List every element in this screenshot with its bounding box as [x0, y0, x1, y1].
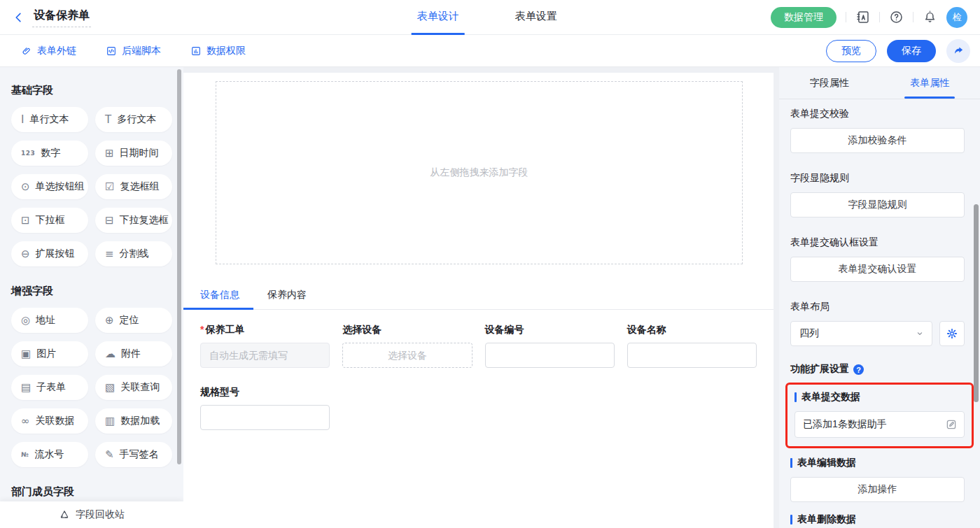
- multi-select-icon: ⊟: [105, 215, 114, 226]
- divider: [879, 12, 880, 22]
- field-input[interactable]: [200, 405, 330, 430]
- toolbar-link-label: 数据权限: [206, 45, 246, 57]
- panel-section-button-3[interactable]: 表单提交确认设置: [790, 257, 965, 282]
- palette-item[interactable]: ◎地址: [11, 308, 88, 333]
- field-label: 设备编号: [485, 324, 615, 336]
- sidebar-scrollbar[interactable]: [177, 69, 181, 464]
- palette-item-label: 流水号: [34, 448, 64, 461]
- signature-icon: ✎: [105, 450, 114, 460]
- permission-icon: [190, 45, 202, 57]
- save-button[interactable]: 保存: [887, 40, 936, 62]
- header-actions: 数据管理 检: [771, 7, 967, 28]
- header-tabs: 表单设计表单设置: [412, 0, 563, 35]
- question-icon[interactable]: ?: [853, 364, 864, 376]
- header-tab-2[interactable]: 表单设置: [510, 0, 563, 35]
- panel-section-button-2[interactable]: 字段显隐规则: [790, 192, 965, 217]
- blue-bar: [794, 392, 797, 402]
- palette-item[interactable]: ⊕定位: [95, 308, 172, 333]
- toolbar-actions: 预览 保存: [826, 39, 970, 63]
- form-field: 设备名称: [627, 324, 757, 368]
- palette-item[interactable]: I单行文本: [11, 107, 88, 132]
- blue-bar: [790, 458, 792, 468]
- palette-item[interactable]: ⊙单选按钮组: [11, 174, 88, 199]
- panel-body: 表单提交校验添加校验条件字段显隐规则字段显隐规则表单提交确认框设置表单提交确认设…: [779, 99, 980, 528]
- field-recycle-bin[interactable]: 字段回收站: [0, 501, 183, 528]
- workspace: 基础字段I单行文本T多行文本123数字⊞日期时间⊙单选按钮组☑复选框组⊡下拉框⊟…: [0, 67, 980, 528]
- preview-button[interactable]: 预览: [826, 40, 876, 62]
- palette-item-label: 分割线: [120, 248, 149, 260]
- help-icon[interactable]: [889, 10, 904, 24]
- palette-item[interactable]: ⊖扩展按钮: [11, 241, 88, 266]
- palette-item[interactable]: ⊞日期时间: [95, 141, 172, 166]
- toolbar-link-2[interactable]: 后端脚本: [106, 45, 161, 57]
- toolbar-links: 表单外链后端脚本数据权限: [21, 45, 246, 57]
- share-button[interactable]: [946, 39, 970, 63]
- canvas-tab-2[interactable]: 保养内容: [253, 282, 321, 310]
- share-icon: [953, 45, 965, 57]
- form-designer-app: 设备保养单 表单设计表单设置 数据管理 检 表单外链后端脚本数据权限 预览 保存…: [0, 0, 980, 528]
- palette-item[interactable]: ▥数据加载: [95, 408, 172, 434]
- toolbar-link-3[interactable]: 数据权限: [190, 45, 246, 57]
- image-icon: ▣: [21, 349, 31, 359]
- chevron-down-icon: [915, 329, 925, 338]
- layout-settings-button[interactable]: [939, 321, 965, 346]
- field-input[interactable]: [627, 343, 757, 368]
- edit-icon[interactable]: [945, 418, 958, 431]
- extension-group-title: 表单提交数据: [794, 391, 965, 404]
- form-fields-grid: 保养工单选择设备设备编号设备名称规格型号: [183, 310, 774, 444]
- palette-item[interactable]: ✎手写签名: [95, 442, 172, 467]
- extension-groups: 表单提交数据已添加1条数据助手表单编辑数据添加操作表单删除数据添加操作表单初始化: [790, 383, 965, 528]
- canvas-tab-1[interactable]: 设备信息: [183, 282, 253, 310]
- palette-item[interactable]: T多行文本: [95, 107, 172, 132]
- data-manage-button[interactable]: 数据管理: [771, 7, 836, 28]
- extension-group-title-text: 表单提交数据: [802, 391, 860, 404]
- avatar[interactable]: 检: [946, 7, 967, 28]
- layout-select[interactable]: 四列: [790, 321, 932, 346]
- panel-scrollbar[interactable]: [974, 204, 979, 402]
- data-load-icon: ▥: [105, 416, 115, 427]
- palette-item-label: 下拉框: [36, 214, 65, 227]
- palette-item-label: 图片: [36, 348, 56, 360]
- palette-sections: 基础字段I单行文本T多行文本123数字⊞日期时间⊙单选按钮组☑复选框组⊡下拉框⊟…: [11, 84, 172, 528]
- palette-item[interactable]: ⊟下拉复选框: [95, 208, 172, 233]
- form-canvas: 从左侧拖拽来添加字段 设备信息保养内容 保养工单选择设备设备编号设备名称规格型号: [183, 73, 774, 528]
- palette-item[interactable]: ☁附件: [95, 341, 172, 366]
- palette-item[interactable]: ☑复选框组: [95, 174, 172, 199]
- panel-tab-2[interactable]: 表单属性: [880, 67, 980, 99]
- palette-item-label: 定位: [120, 314, 139, 327]
- palette-item[interactable]: ▣图片: [11, 341, 88, 366]
- palette-item[interactable]: ▧关联查询: [95, 375, 172, 400]
- palette-item[interactable]: ∞关联数据: [11, 408, 88, 434]
- text-single-icon: I: [21, 115, 24, 125]
- palette-item-label: 多行文本: [117, 113, 156, 126]
- panel-section-title: 字段显隐规则: [790, 172, 965, 185]
- address-book-icon[interactable]: [855, 10, 870, 24]
- notification-bell-icon[interactable]: [923, 10, 937, 24]
- data-assistant-value[interactable]: 已添加1条数据助手: [794, 411, 965, 438]
- palette-item[interactable]: №流水号: [11, 442, 88, 467]
- palette-item[interactable]: 123数字: [11, 141, 88, 166]
- palette-item[interactable]: ≡分割线: [95, 241, 172, 266]
- field-input[interactable]: [342, 343, 472, 368]
- field-input[interactable]: [485, 343, 615, 368]
- palette-grid: ◎地址⊕定位▣图片☁附件▤子表单▧关联查询∞关联数据▥数据加载№流水号✎手写签名: [11, 308, 172, 467]
- palette-item[interactable]: ▤子表单: [11, 375, 88, 400]
- toolbar-link-label: 表单外链: [37, 45, 76, 57]
- palette-item-label: 数据加载: [120, 415, 160, 427]
- radio-group-icon: ⊙: [21, 182, 30, 192]
- panel-tab-1[interactable]: 字段属性: [779, 67, 880, 99]
- palette-item[interactable]: ⊡下拉框: [11, 208, 88, 233]
- back-icon[interactable]: [13, 11, 25, 24]
- header-tab-1[interactable]: 表单设计: [412, 0, 465, 35]
- recycle-bin-label: 字段回收站: [76, 508, 125, 521]
- extension-group-title-text: 表单编辑数据: [797, 457, 856, 469]
- page-title[interactable]: 设备保养单: [32, 8, 91, 27]
- highlight-annotation: 表单提交数据已添加1条数据助手: [785, 383, 974, 448]
- palette-item-label: 数字: [41, 147, 60, 159]
- panel-section-button-1[interactable]: 添加校验条件: [790, 128, 965, 153]
- add-operation-button-2[interactable]: 添加操作: [790, 477, 965, 502]
- toolbar-link-1[interactable]: 表单外链: [21, 45, 76, 57]
- form-dropzone[interactable]: 从左侧拖拽来添加字段: [216, 81, 743, 264]
- field-input[interactable]: [200, 343, 330, 368]
- palette-item-label: 扩展按钮: [36, 248, 75, 260]
